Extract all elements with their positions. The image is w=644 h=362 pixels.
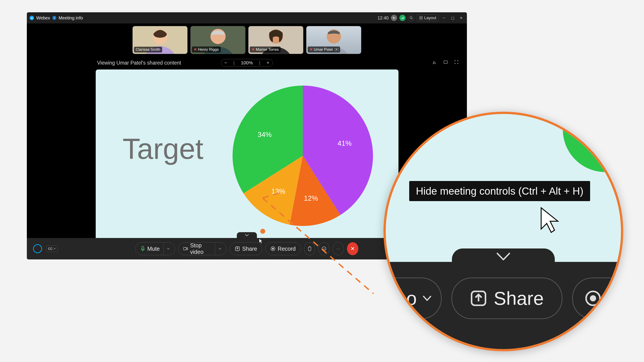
participant-filmstrip: Clarissa Smith ✕Henry Riggs ✕Marise Torr	[27, 26, 467, 55]
svg-rect-2	[403, 17, 404, 19]
minimize-icon[interactable]: ─	[441, 15, 447, 21]
participant-name: Marise Torres	[256, 47, 279, 52]
callout-origin-dot	[260, 229, 265, 234]
mic-muted-icon: ✕	[252, 47, 255, 52]
mic-muted-icon: ✕	[310, 47, 312, 52]
cursor-icon	[540, 207, 560, 234]
svg-point-3	[410, 16, 412, 19]
svg-rect-6	[421, 16, 422, 18]
microphone-icon	[141, 246, 145, 251]
self-avatar[interactable]	[33, 244, 42, 253]
chevron-down-icon	[244, 234, 249, 237]
cc-button[interactable]: CC	[46, 245, 58, 252]
slide-title: Target	[122, 132, 203, 166]
svg-rect-1	[402, 17, 403, 19]
stop-video-button[interactable]: Stop video	[178, 242, 227, 255]
close-icon: ✕	[350, 246, 355, 252]
zoom-value: 100%	[238, 60, 256, 65]
svg-rect-0	[402, 18, 402, 19]
emoji-icon	[321, 246, 327, 251]
fullscreen-icon[interactable]	[454, 60, 459, 66]
mute-options[interactable]	[163, 242, 170, 255]
mute-button[interactable]: Mute	[136, 242, 175, 255]
reactions-button[interactable]	[318, 242, 330, 255]
share-icon	[470, 290, 487, 307]
viewing-label: Viewing Umar Patel's shared content	[97, 60, 181, 66]
svg-text:34%: 34%	[258, 131, 272, 139]
participant-tile[interactable]: Clarissa Smith	[132, 26, 188, 54]
share-label: Share	[494, 288, 544, 309]
search-icon[interactable]	[408, 14, 414, 21]
record-label: Record	[278, 246, 296, 252]
annotate-icon[interactable]	[432, 60, 438, 66]
record-button[interactable]: Record	[266, 242, 301, 255]
zoom-in-button[interactable]: +	[264, 60, 272, 65]
video-options[interactable]	[215, 242, 222, 255]
meeting-info-label[interactable]: Meeting info	[58, 15, 83, 20]
raise-hand-button[interactable]	[304, 242, 315, 255]
clock: 12:40	[378, 15, 389, 20]
svg-rect-7	[420, 18, 421, 19]
participant-name: Umar Patel	[314, 47, 333, 52]
layout-label: Layout	[424, 16, 436, 20]
svg-rect-5	[420, 16, 421, 18]
svg-text:12%: 12%	[304, 194, 318, 202]
info-icon[interactable]: i	[52, 16, 56, 20]
participant-tile[interactable]: ✕Henry Riggs	[190, 26, 245, 54]
layout-button[interactable]: Layout	[417, 14, 439, 21]
svg-point-28	[322, 247, 326, 251]
more-options-button[interactable]: ···	[333, 242, 344, 255]
svg-rect-18	[444, 61, 448, 63]
titlebar: w Webex i Meeting info 12:40 Layout	[27, 12, 467, 23]
svg-point-29	[323, 248, 324, 249]
leave-meeting-button[interactable]: ✕	[347, 242, 358, 255]
video-icon	[183, 247, 188, 251]
hide-controls-tab[interactable]	[237, 232, 257, 238]
svg-rect-8	[421, 18, 422, 19]
participant-tile[interactable]: ✕Marise Torres	[248, 26, 303, 54]
magnifier-inset: Hide meeting controls (Ctrl + Alt + H) e…	[384, 112, 623, 351]
zoom-out-button[interactable]: −	[221, 60, 230, 65]
svg-point-27	[272, 248, 274, 250]
chevron-down-icon	[54, 248, 56, 250]
network-indicator-icon[interactable]	[399, 15, 406, 21]
record-button-partial[interactable]	[572, 278, 613, 319]
pie-chart: 41%12%13%34%	[232, 86, 373, 226]
chevron-down-icon	[496, 252, 511, 261]
viewing-bar: Viewing Umar Patel's shared content − | …	[27, 58, 467, 68]
share-button[interactable]: Share	[230, 242, 262, 255]
svg-rect-24	[183, 247, 186, 250]
stop-video-label-partial: eo	[396, 288, 416, 309]
zoom-control[interactable]: − | 100% | +	[221, 59, 272, 67]
close-icon[interactable]: ✕	[458, 15, 464, 21]
hide-controls-tab[interactable]	[452, 249, 555, 265]
svg-text:41%: 41%	[338, 139, 352, 147]
grid-icon	[419, 16, 423, 20]
ellipsis-icon: ···	[336, 247, 340, 251]
popout-icon[interactable]	[443, 60, 448, 66]
share-button[interactable]: Share	[452, 278, 562, 319]
svg-rect-23	[142, 246, 144, 249]
health-indicator-icon[interactable]	[391, 15, 397, 21]
svg-point-30	[324, 248, 325, 249]
app-name: Webex	[36, 15, 50, 20]
cursor-icon	[259, 238, 263, 244]
shared-content: Target 41%12%13%34%	[96, 69, 398, 241]
chevron-down-icon	[422, 295, 432, 302]
svg-line-4	[412, 18, 412, 19]
hand-icon	[307, 246, 312, 251]
share-label: Share	[242, 246, 257, 252]
svg-point-35	[590, 295, 596, 302]
webex-logo-icon: w	[30, 16, 34, 20]
stop-video-button-partial[interactable]: eo	[394, 278, 442, 319]
share-icon	[235, 246, 240, 251]
mic-muted-icon: ✕	[194, 47, 197, 52]
record-icon	[270, 246, 276, 251]
mute-label: Mute	[147, 246, 160, 252]
participant-name: Henry Riggs	[198, 47, 219, 52]
stop-video-label: Stop video	[190, 242, 212, 255]
participant-tile[interactable]: ✕ Umar Patel	[306, 26, 361, 54]
record-icon	[584, 290, 602, 307]
maximize-icon[interactable]: ▢	[450, 15, 456, 21]
presenting-icon	[335, 48, 338, 51]
